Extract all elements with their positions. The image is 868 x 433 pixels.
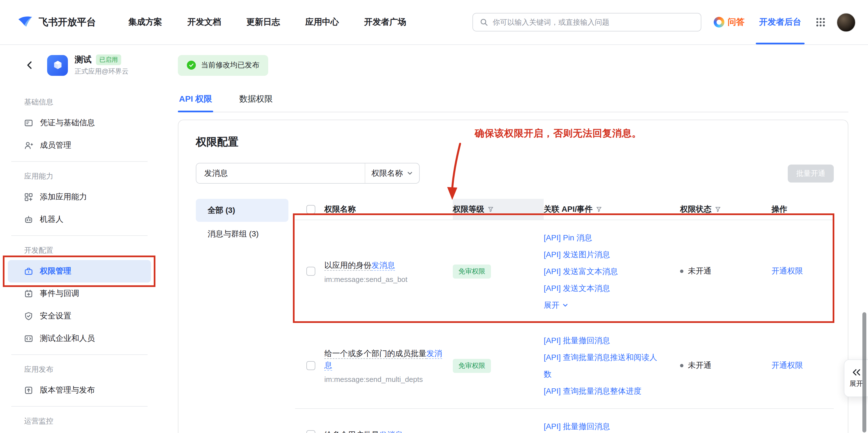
app-enabled-badge: 已启用: [96, 54, 121, 65]
select-all-checkbox[interactable]: [306, 205, 315, 214]
sidebar-item-test-org[interactable]: 测试企业和人员: [8, 327, 151, 350]
permission-name: 给多个用户批量发消息: [324, 429, 403, 433]
top-navbar: 飞书开放平台 集成方案 开发文档 更新日志 应用中心 开发者广场 问答 开发者后…: [0, 0, 868, 45]
category-list: 全部 (3) 消息与群组 (3): [196, 199, 288, 433]
sidebar-item-permissions[interactable]: 权限管理: [8, 260, 151, 283]
header-action: 操作: [772, 199, 835, 220]
row-checkbox[interactable]: [306, 430, 315, 433]
permission-name: 给一个或多个部门的成员批量发消息: [324, 348, 444, 371]
permission-search-input[interactable]: [196, 164, 365, 183]
calendar-event-icon: [24, 289, 33, 298]
tab-api-permission[interactable]: API 权限: [178, 89, 213, 112]
header-permission-level[interactable]: 权限等级: [453, 199, 544, 220]
permission-tabs: API 权限 数据权限: [178, 85, 848, 112]
app-header: 测试 已启用 正式应用@环界云 当前修改均已发布: [0, 45, 868, 85]
open-permission-link[interactable]: 开通权限: [772, 360, 803, 371]
check-circle-icon: [187, 61, 196, 70]
sidebar-section-basic: 基础信息: [0, 92, 159, 112]
api-link[interactable]: [API] 查询批量消息整体进度: [544, 382, 641, 399]
table-header: 权限名称 权限等级 关联 API/事件: [295, 199, 834, 220]
annotation-text: 确保该权限开启，否则无法回复消息。: [475, 127, 642, 140]
chevron-down-icon: [562, 302, 568, 308]
members-icon: [24, 141, 33, 150]
nav-item-dev-plaza[interactable]: 开发者广场: [364, 17, 406, 28]
filter-funnel-icon[interactable]: [488, 206, 494, 212]
apps-grid-icon[interactable]: [816, 18, 825, 27]
qa-label: 问答: [728, 17, 745, 28]
sidebar-section-capability: 应用能力: [0, 166, 159, 186]
api-link[interactable]: [API] 发送富文本消息: [544, 263, 618, 280]
row-checkbox[interactable]: [306, 267, 315, 276]
main-content: API 权限 数据权限 权限配置 权限名称 批量开通: [159, 85, 868, 433]
level-badge: 免审权限: [453, 358, 491, 373]
robot-icon: [24, 215, 33, 224]
api-link[interactable]: [API] Pin 消息: [544, 229, 592, 246]
api-link[interactable]: [API] 批量撤回消息: [544, 332, 610, 349]
qa-ring-icon: [714, 17, 724, 28]
credential-card-icon: [24, 118, 33, 127]
header-permission-status[interactable]: 权限状态: [680, 199, 772, 220]
api-link[interactable]: [API] 查询批量消息推送和阅读人数: [544, 349, 664, 382]
toolbar: 权限名称 批量开通: [196, 163, 834, 184]
permission-body: 全部 (3) 消息与群组 (3) 权限名称 权限等级: [196, 199, 834, 433]
nav-item-dev-console[interactable]: 开发者后台: [759, 0, 801, 45]
sidebar-item-version-release[interactable]: 版本管理与发布: [8, 379, 151, 402]
sidebar-item-credentials[interactable]: 凭证与基础信息: [8, 112, 151, 134]
sidebar-item-security[interactable]: 安全设置: [8, 305, 151, 327]
publish-status-text: 当前修改均已发布: [201, 60, 259, 70]
permission-search: 权限名称: [196, 163, 420, 184]
user-avatar[interactable]: [837, 12, 856, 32]
sidebar-item-members[interactable]: 成员管理: [8, 134, 151, 157]
chevron-down-icon: [407, 170, 413, 176]
search-type-select[interactable]: 权限名称: [365, 164, 419, 183]
open-permission-link[interactable]: 开通权限: [772, 266, 803, 276]
filter-funnel-icon[interactable]: [715, 206, 721, 212]
vertical-scrollbar[interactable]: [862, 312, 866, 432]
permission-scope: im:message:send_as_bot: [324, 275, 407, 283]
api-link[interactable]: [API] 发送图片消息: [544, 246, 610, 263]
page: 飞书开放平台 集成方案 开发文档 更新日志 应用中心 开发者广场 问答 开发者后…: [0, 0, 868, 433]
global-search[interactable]: [472, 13, 701, 31]
status-text: 未开通: [688, 360, 711, 371]
sidebar-divider: [11, 354, 148, 355]
api-link[interactable]: [API] 发送文本消息: [544, 280, 610, 296]
status-dot-icon: [680, 269, 683, 273]
app-meta: 测试 已启用 正式应用@环界云: [74, 54, 128, 76]
sidebar-section-release: 应用发布: [0, 359, 159, 379]
briefcase-icon: [24, 267, 33, 276]
tab-data-permission[interactable]: 数据权限: [238, 89, 274, 112]
row-checkbox[interactable]: [306, 361, 315, 370]
api-link[interactable]: [API] 批量撤回消息: [544, 418, 610, 433]
permission-scope: im:message:send_multi_depts: [324, 375, 423, 383]
header-related-api[interactable]: 关联 API/事件: [544, 199, 680, 220]
status-text: 未开通: [688, 266, 711, 276]
sidebar-divider: [11, 235, 148, 236]
sidebar-item-add-capability[interactable]: 添加应用能力: [8, 186, 151, 208]
category-all[interactable]: 全部 (3): [196, 199, 288, 222]
back-icon[interactable]: [25, 60, 35, 70]
publish-status-pill: 当前修改均已发布: [178, 55, 268, 76]
sidebar-item-bot[interactable]: 机器人: [8, 208, 151, 231]
nav-item-changelog[interactable]: 更新日志: [246, 17, 280, 28]
nav-item-integration[interactable]: 集成方案: [128, 17, 162, 28]
sidebar-section-monitor: 运营监控: [0, 411, 159, 431]
capability-grid-icon: [24, 193, 33, 202]
filter-funnel-icon[interactable]: [596, 206, 602, 212]
nav-item-app-center[interactable]: 应用中心: [305, 17, 339, 28]
category-message-group[interactable]: 消息与群组 (3): [196, 222, 288, 246]
double-chevron-left-icon: [851, 368, 861, 376]
expand-apis-link[interactable]: 展开: [544, 296, 568, 313]
permission-card: 权限配置 权限名称 批量开通 全: [178, 120, 848, 433]
brand-home-link[interactable]: 飞书开放平台: [17, 14, 96, 31]
nav-item-docs[interactable]: 开发文档: [187, 17, 221, 28]
sidebar-item-events[interactable]: 事件与回调: [8, 283, 151, 305]
qa-link[interactable]: 问答: [714, 17, 745, 28]
search-input[interactable]: [493, 18, 694, 26]
batch-open-button[interactable]: 批量开通: [788, 164, 834, 182]
permission-name-link[interactable]: 发消息: [379, 430, 403, 433]
status-dot-icon: [680, 364, 683, 367]
search-icon: [480, 18, 488, 26]
permission-name-link[interactable]: 发消息: [371, 260, 395, 270]
primary-nav: 集成方案 开发文档 更新日志 应用中心 开发者广场: [128, 17, 406, 28]
app-subtitle: 正式应用@环界云: [74, 66, 128, 76]
